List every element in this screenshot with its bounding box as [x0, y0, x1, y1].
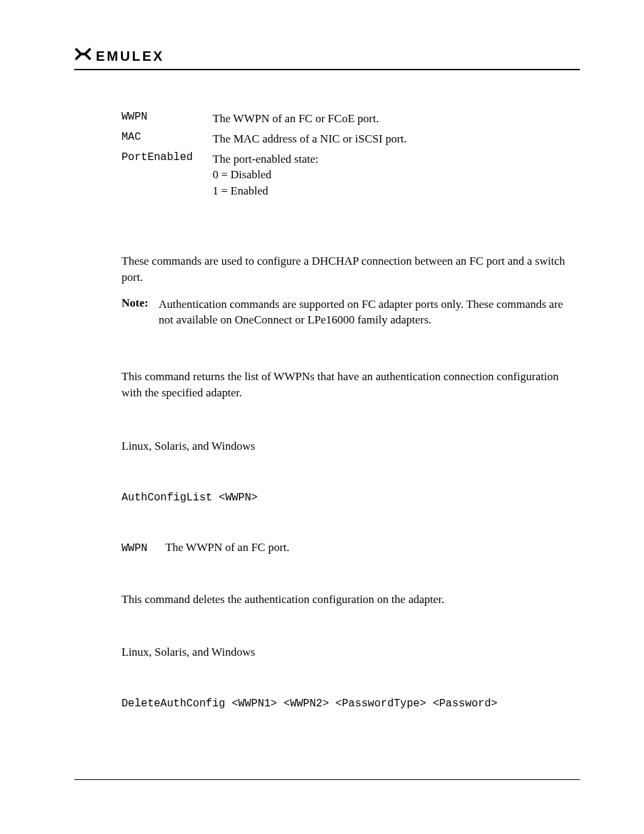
param-name: PortEnabled: [122, 151, 213, 163]
logo-icon: [74, 47, 92, 65]
deleteauthconfig-desc: This command deletes the authentication …: [122, 592, 580, 608]
table-row: WWPN The WWPN of an FC or FCoE port.: [122, 111, 580, 127]
param-desc: The MAC address of a NIC or iSCSI port.: [213, 131, 407, 147]
param-desc: The WWPN of an FC or FCoE port.: [213, 111, 379, 127]
footer-rule: [74, 779, 580, 780]
page-header: EMULEX: [74, 47, 580, 70]
param-name: WWPN: [122, 542, 165, 554]
page-content: WWPN The WWPN of an FC or FCoE port. MAC…: [122, 111, 580, 710]
param-name: MAC: [122, 131, 213, 143]
note-text: Authentication commands are supported on…: [159, 296, 580, 329]
table-row: MAC The MAC address of a NIC or iSCSI po…: [122, 131, 580, 147]
logo-text: EMULEX: [96, 49, 164, 64]
authconfiglist-os: Linux, Solaris, and Windows: [122, 438, 580, 454]
authconfiglist-desc: This command returns the list of WWPNs t…: [122, 369, 580, 401]
deleteauthconfig-syntax: DeleteAuthConfig <WWPN1> <WWPN2> <Passwo…: [122, 698, 580, 710]
note-block: Note: Authentication commands are suppor…: [122, 296, 580, 329]
parameter-table-top: WWPN The WWPN of an FC or FCoE port. MAC…: [122, 111, 580, 199]
emulex-logo: EMULEX: [74, 47, 168, 65]
intro-text: These commands are used to configure a D…: [122, 253, 580, 286]
svg-rect-0: [82, 53, 84, 55]
authconfiglist-syntax: AuthConfigList <WWPN>: [122, 492, 580, 504]
note-label: Note:: [122, 296, 159, 329]
deleteauthconfig-os: Linux, Solaris, and Windows: [122, 644, 580, 660]
param-desc: The WWPN of an FC port.: [165, 541, 290, 554]
param-name: WWPN: [122, 111, 213, 123]
param-desc: The port-enabled state: 0 = Disabled 1 =…: [213, 151, 319, 199]
table-row: PortEnabled The port-enabled state: 0 = …: [122, 151, 580, 199]
authconfiglist-param-row: WWPN The WWPN of an FC port.: [122, 541, 580, 554]
